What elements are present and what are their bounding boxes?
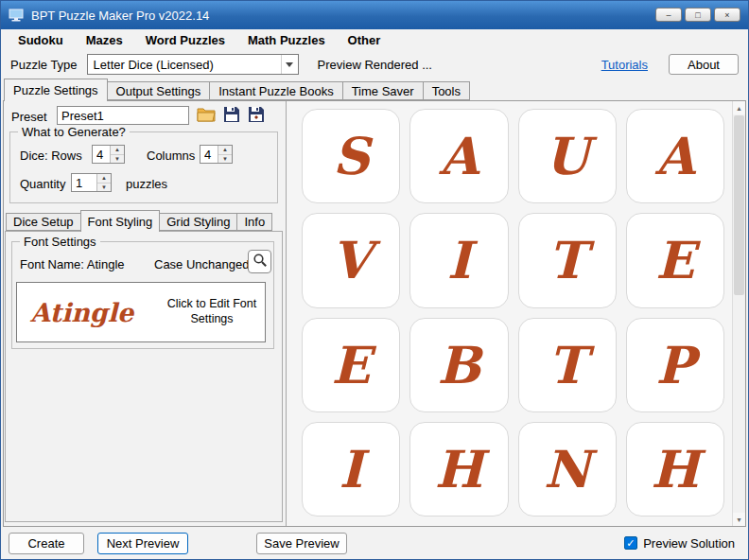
tutorials-link[interactable]: Tutorials <box>601 58 648 72</box>
rows-stepper[interactable]: ▲ ▼ <box>92 145 125 164</box>
what-to-generate-group: What to Generate? Dice: Rows ▲ ▼ Columns… <box>9 131 278 203</box>
quantity-input[interactable] <box>72 174 96 191</box>
stepper-arrows: ▲ ▼ <box>218 146 232 163</box>
save-as-icon <box>248 106 265 126</box>
create-button[interactable]: Create <box>9 533 84 554</box>
save-preset-button[interactable] <box>220 105 243 126</box>
menu-item-other[interactable]: Other <box>337 30 392 50</box>
menu-item-word-puzzles[interactable]: Word Puzzles <box>134 30 236 50</box>
dice-letter: S <box>333 126 370 186</box>
arrow-down-icon[interactable]: ▼ <box>97 184 111 192</box>
tab-info[interactable]: Info <box>236 213 272 231</box>
dice-tile: H <box>409 422 508 516</box>
tab-dice-setup[interactable]: Dice Setup <box>6 213 81 231</box>
dice-tile: N <box>518 422 617 516</box>
dice-tile: P <box>626 318 724 412</box>
main-panel: Preset <box>3 100 746 527</box>
tab-puzzle-settings[interactable]: Puzzle Settings <box>4 79 108 101</box>
dice-tile: S <box>302 109 400 203</box>
dice-tile: T <box>518 213 617 307</box>
edit-font-hint: Click to Edit Font Settings <box>166 297 257 326</box>
preview-solution-checkbox[interactable]: ✓ <box>624 536 637 550</box>
font-styling-panel: Font Settings Font Name: Atingle Case Un… <box>5 231 283 522</box>
arrow-down-icon[interactable]: ▼ <box>218 155 232 164</box>
main-tab-strip: Puzzle Settings Output Settings Instant … <box>4 79 469 101</box>
dice-letter: T <box>549 230 586 290</box>
font-settings-group: Font Settings Font Name: Atingle Case Un… <box>11 241 274 349</box>
chevron-down-icon <box>281 55 298 74</box>
dice-letter: E <box>332 335 371 395</box>
dice-tile: V <box>302 213 400 307</box>
dice-letter: A <box>655 126 695 186</box>
dice-tile: H <box>626 422 724 516</box>
font-sample-box[interactable]: Atingle Click to Edit Font Settings <box>16 282 266 342</box>
search-icon <box>253 253 268 271</box>
arrow-down-icon[interactable]: ▼ <box>111 155 124 164</box>
preview-panel: S A U A V I T E E B T P I H N H ▲ ▼ <box>286 101 745 526</box>
puzzle-type-row: Puzzle Type Letter Dice (Licensed) Previ… <box>1 50 748 79</box>
columns-input[interactable] <box>200 146 218 163</box>
dice-grid: S A U A V I T E E B T P I H N H <box>302 109 724 516</box>
arrow-up-icon[interactable]: ▲ <box>218 146 232 155</box>
columns-stepper[interactable]: ▲ ▼ <box>200 145 233 164</box>
about-button[interactable]: About <box>669 54 739 75</box>
preview-solution-control: ✓ Preview Solution <box>624 536 735 551</box>
tab-instant-puzzle-books[interactable]: Instant Puzzle Books <box>209 81 342 100</box>
open-preset-button[interactable] <box>195 105 218 126</box>
minimize-button[interactable]: – <box>655 8 682 22</box>
tab-output-settings[interactable]: Output Settings <box>107 81 211 100</box>
puzzles-suffix-label: puzzles <box>126 177 167 191</box>
dice-tile: A <box>626 109 724 203</box>
next-preview-button[interactable]: Next Preview <box>97 533 188 554</box>
font-search-button[interactable] <box>248 250 271 273</box>
tab-time-saver[interactable]: Time Saver <box>342 81 424 100</box>
dice-letter: E <box>655 230 694 290</box>
case-label: Case Unchanged <box>154 257 249 271</box>
what-to-generate-title: What to Generate? <box>18 125 130 139</box>
preview-rendered-status: Preview Rendered ... <box>318 58 432 72</box>
dice-letter: B <box>438 335 481 395</box>
font-name-label: Font Name: Atingle <box>20 257 125 271</box>
dice-tile: E <box>302 318 400 412</box>
preset-input[interactable] <box>57 106 189 125</box>
tab-tools[interactable]: Tools <box>423 81 470 100</box>
scroll-down-icon[interactable]: ▼ <box>733 513 745 526</box>
dice-tile: B <box>409 318 508 412</box>
app-icon <box>9 9 24 22</box>
dice-letter: H <box>435 439 483 499</box>
dice-tile: E <box>626 213 724 307</box>
scrollbar-thumb[interactable] <box>734 115 744 295</box>
font-settings-title: Font Settings <box>20 235 100 249</box>
menu-item-sudoku[interactable]: Sudoku <box>7 30 75 50</box>
preview-scrollbar[interactable]: ▲ ▼ <box>732 101 745 526</box>
tab-font-styling[interactable]: Font Styling <box>80 210 161 232</box>
scroll-up-icon[interactable]: ▲ <box>733 101 745 114</box>
dice-tile: T <box>518 318 617 412</box>
preset-label: Preset <box>11 110 47 124</box>
puzzle-type-dropdown[interactable]: Letter Dice (Licensed) <box>87 54 299 75</box>
puzzle-type-value: Letter Dice (Licensed) <box>88 58 281 72</box>
save-preview-button[interactable]: Save Preview <box>256 533 347 554</box>
arrow-up-icon[interactable]: ▲ <box>97 174 111 184</box>
tab-grid-styling[interactable]: Grid Styling <box>159 213 237 231</box>
quantity-stepper[interactable]: ▲ ▼ <box>71 173 112 192</box>
dice-letter: A <box>439 126 479 186</box>
dice-rows-label: Dice: Rows <box>20 149 82 163</box>
window-controls: – □ × <box>655 8 740 22</box>
maximize-button[interactable]: □ <box>685 8 711 22</box>
menu-item-math-puzzles[interactable]: Math Puzzles <box>236 30 337 50</box>
dice-letter: V <box>331 230 371 290</box>
quantity-label: Quantity <box>20 177 65 191</box>
save-icon <box>223 106 240 126</box>
arrow-up-icon[interactable]: ▲ <box>111 146 124 155</box>
puzzle-type-label: Puzzle Type <box>10 58 78 72</box>
dice-tile: I <box>409 213 508 307</box>
menu-item-mazes[interactable]: Mazes <box>75 30 134 50</box>
dice-letter: H <box>651 439 699 499</box>
footer-bar: Create Next Preview Save Preview ✓ Previ… <box>1 527 748 559</box>
rows-input[interactable] <box>93 146 110 163</box>
title-bar: BPT Puzzle Maker Pro v2022.14 – □ × <box>1 1 748 29</box>
save-preset-as-button[interactable] <box>245 105 268 126</box>
close-button[interactable]: × <box>714 8 740 22</box>
columns-label: Columns <box>147 149 195 163</box>
